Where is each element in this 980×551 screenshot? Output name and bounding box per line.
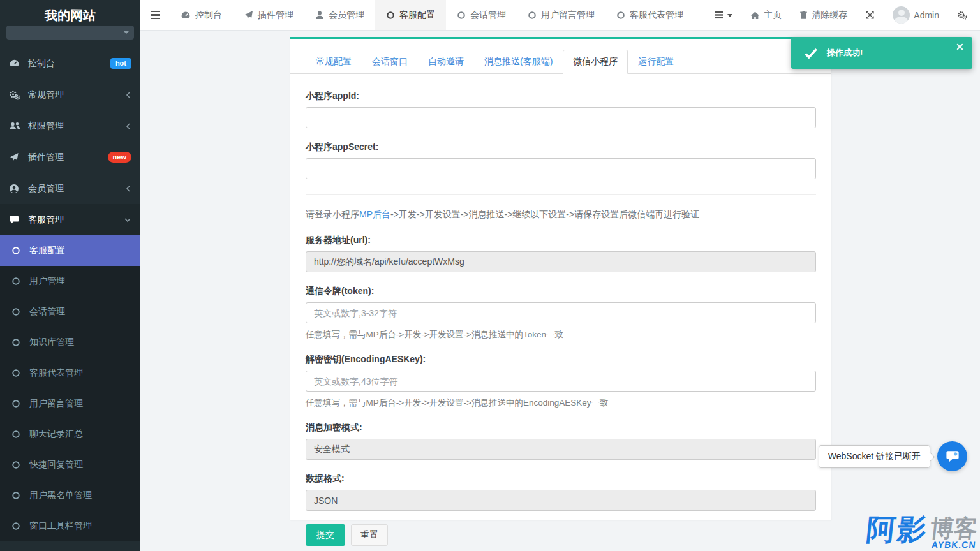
user-menu[interactable]: Admin xyxy=(884,0,948,30)
submenu-item-label: 用户黑名单管理 xyxy=(29,490,92,501)
submenu-item-knowledge-base[interactable]: 知识库管理 xyxy=(0,327,140,358)
submenu-item-label: 用户留言管理 xyxy=(29,398,83,409)
token-label: 通信令牌(token): xyxy=(306,286,816,297)
topnav-tab-members[interactable]: 会员管理 xyxy=(304,0,375,30)
encrypt-mode-label: 消息加密模式: xyxy=(306,422,816,434)
chat-bubble-button[interactable] xyxy=(937,441,967,471)
sidebar-item-general[interactable]: 常规管理 xyxy=(0,79,140,110)
tab-wechat-miniprogram[interactable]: 微信小程序 xyxy=(563,50,628,74)
topnav-tab-kefu-config[interactable]: 客服配置 xyxy=(375,0,446,30)
sidebar-item-permissions[interactable]: 权限管理 xyxy=(0,110,140,142)
gear-icon xyxy=(957,10,967,20)
submit-button[interactable]: 提交 xyxy=(306,524,345,546)
rocket-icon xyxy=(244,10,253,20)
circle-icon xyxy=(616,11,625,20)
user-circle-icon xyxy=(9,184,22,194)
circle-icon xyxy=(528,11,537,20)
submenu-item-window-toolbar[interactable]: 窗口工具栏管理 xyxy=(0,511,140,541)
aeskey-label: 解密密钥(EncodingAESKey): xyxy=(306,354,816,365)
mp-backend-link[interactable]: MP后台 xyxy=(359,209,390,219)
circle-icon xyxy=(386,11,395,20)
aeskey-help-text: 任意填写，需与MP后台->开发->开发设置->消息推送中的EncodingAES… xyxy=(306,397,816,409)
appid-input[interactable] xyxy=(306,107,816,128)
data-format-input xyxy=(306,490,816,511)
sidebar-toggle-button[interactable] xyxy=(140,0,170,30)
tab-auto-invite[interactable]: 自动邀请 xyxy=(418,50,474,74)
submenu-item-message-board[interactable]: 用户留言管理 xyxy=(0,388,140,419)
topnav-tab-agents[interactable]: 客服代表管理 xyxy=(605,0,694,30)
sidebar-item-dashboard[interactable]: 控制台 hot xyxy=(0,48,140,79)
tab-list-dropdown[interactable] xyxy=(705,0,741,30)
sidebar-item-label: 常规管理 xyxy=(28,89,64,101)
chevron-left-icon xyxy=(125,122,131,130)
submenu-item-label: 客服配置 xyxy=(29,245,65,256)
topnav-tab-dashboard[interactable]: 控制台 xyxy=(170,0,233,30)
topnav-tab-label: 插件管理 xyxy=(258,10,293,21)
circle-icon xyxy=(11,338,23,347)
submenu-item-user-management[interactable]: 用户管理 xyxy=(0,266,140,297)
submenu-item-blacklist[interactable]: 用户黑名单管理 xyxy=(0,480,140,511)
websocket-status-tooltip: WebSocket 链接已断开 xyxy=(819,445,930,468)
watermark-domain: AYBK.CN xyxy=(931,540,976,550)
topnav-tab-sessions[interactable]: 会话管理 xyxy=(446,0,517,30)
settings-button[interactable] xyxy=(948,0,976,30)
tab-runtime-config[interactable]: 运行配置 xyxy=(628,50,684,74)
circle-icon xyxy=(11,246,23,255)
config-panel: 常规配置 会话窗口 自动邀请 消息推送(客服端) 微信小程序 运行配置 小程序a… xyxy=(290,37,831,520)
topnav-right-tools: 主页 清除缓存 Admin xyxy=(705,0,980,30)
aeskey-input[interactable] xyxy=(306,371,816,392)
chevron-left-icon xyxy=(125,91,131,99)
dashboard-icon xyxy=(181,11,191,20)
topnav-tab-label: 客服代表管理 xyxy=(630,10,683,21)
sidebar-item-plugins[interactable]: 插件管理 new xyxy=(0,142,140,173)
tab-general-config[interactable]: 常规配置 xyxy=(306,50,362,74)
submenu-item-label: 窗口工具栏管理 xyxy=(29,520,92,532)
clear-cache-label: 清除缓存 xyxy=(812,10,847,21)
reset-button[interactable]: 重置 xyxy=(351,524,388,546)
submenu-item-quick-replies[interactable]: 快捷回复管理 xyxy=(0,450,140,480)
submenu-item-chat-records[interactable]: 聊天记录汇总 xyxy=(0,419,140,450)
circle-icon xyxy=(11,460,23,469)
token-help-text: 任意填写，需与MP后台->开发->开发设置->消息推送中的Token一致 xyxy=(306,329,816,341)
sidebar: 我的网站 控制台 hot 常规管理 权限管理 xyxy=(0,0,140,551)
appid-label: 小程序appId: xyxy=(306,91,816,102)
tab-session-window[interactable]: 会话窗口 xyxy=(362,50,418,74)
hot-badge: hot xyxy=(110,58,131,69)
submenu-item-agent-management[interactable]: 客服代表管理 xyxy=(0,358,140,388)
clear-cache-button[interactable]: 清除缓存 xyxy=(791,0,856,30)
top-navbar: 控制台 插件管理 会员管理 客服配置 会话管理 用户留言管理 客 xyxy=(140,0,980,31)
mp-instructions: 请登录小程序MP后台->开发->开发设置->消息推送->继续以下设置->请保存设… xyxy=(306,209,816,221)
toast-message: 操作成功! xyxy=(827,47,863,59)
token-input[interactable] xyxy=(306,302,816,323)
sidebar-item-customer-service[interactable]: 客服管理 xyxy=(0,204,140,235)
circle-icon xyxy=(11,369,23,378)
topnav-tab-message-board[interactable]: 用户留言管理 xyxy=(517,0,605,30)
sidebar-item-label: 会员管理 xyxy=(28,183,64,195)
close-icon[interactable] xyxy=(956,43,963,50)
miniprogram-form: 小程序appId: 小程序appSecret: 请登录小程序MP后台->开发->… xyxy=(290,74,831,546)
circle-icon xyxy=(11,307,23,316)
rocket-icon xyxy=(9,152,22,162)
appsecret-input[interactable] xyxy=(306,158,816,179)
home-label: 主页 xyxy=(764,10,782,21)
fullscreen-button[interactable] xyxy=(856,0,884,30)
home-button[interactable]: 主页 xyxy=(741,0,791,30)
chevron-left-icon xyxy=(125,185,131,193)
topnav-tab-plugins[interactable]: 插件管理 xyxy=(233,0,304,30)
sidebar-search-box[interactable] xyxy=(6,26,134,40)
intro-suffix: ->开发->开发设置->消息推送->继续以下设置->请保存设置后微信端再进行验证 xyxy=(390,209,699,219)
users-icon xyxy=(9,121,22,131)
watermark-part2: 博客 xyxy=(929,518,979,540)
sidebar-menu: 控制台 hot 常规管理 权限管理 插件管理 xyxy=(0,48,140,541)
circle-icon xyxy=(457,11,466,20)
watermark-logo: 阿影 博客 AYBK.CN xyxy=(865,510,980,550)
sidebar-item-members[interactable]: 会员管理 xyxy=(0,173,140,204)
submenu-item-session-management[interactable]: 会话管理 xyxy=(0,297,140,327)
chat-bubble-icon xyxy=(944,448,961,464)
list-icon xyxy=(714,11,724,19)
encrypt-mode-input xyxy=(306,439,816,460)
submenu-item-kefu-config[interactable]: 客服配置 xyxy=(0,235,140,266)
avatar xyxy=(893,6,910,24)
tab-message-push[interactable]: 消息推送(客服端) xyxy=(474,50,563,74)
circle-icon xyxy=(11,491,23,500)
